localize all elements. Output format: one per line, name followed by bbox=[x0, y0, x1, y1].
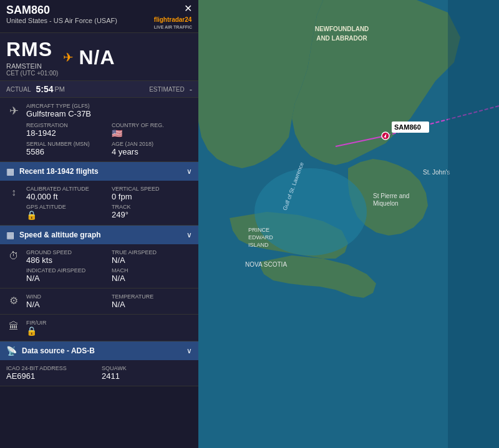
aircraft-icon: ✈ bbox=[6, 104, 21, 118]
registration-cell: REGISTRATION 18-1942 bbox=[26, 122, 107, 138]
weather-icon: ⚙ bbox=[6, 295, 21, 307]
recent-flights-icon: ▦ bbox=[6, 166, 14, 176]
close-button[interactable]: ✕ bbox=[184, 4, 192, 14]
vert-speed-value: 0 fpm bbox=[112, 192, 192, 201]
svg-text:NEWFOUNDLAND: NEWFOUNDLAND bbox=[315, 26, 369, 32]
datasource-title: Data source - ADS-B bbox=[22, 346, 182, 355]
vert-speed-cell: VERTICAL SPEED 0 fpm bbox=[112, 186, 192, 201]
recent-flights-header[interactable]: ▦ Recent 18-1942 flights ∨ bbox=[0, 162, 198, 181]
time-value: 5:54 bbox=[36, 84, 53, 94]
serial-cell: SERIAL NUMBER (MSN) 5586 bbox=[26, 141, 107, 156]
age-value: 4 years bbox=[112, 147, 192, 156]
recent-flights-title: Recent 18-1942 flights bbox=[19, 167, 182, 176]
aircraft-grid: REGISTRATION 18-1942 COUNTRY OF REG. 🇺🇸 … bbox=[26, 122, 192, 156]
recent-flights-chevron: ∨ bbox=[187, 167, 192, 176]
temp-cell: TEMPERATURE N/A bbox=[112, 293, 192, 309]
speed-graph-icon: ▦ bbox=[6, 230, 14, 240]
header-right: ✕ flightradar24 LIVE AIR TRAFFIC bbox=[154, 4, 192, 30]
track-value: 249° bbox=[112, 210, 192, 219]
true-airspeed-value: N/A bbox=[112, 255, 192, 265]
route-section: RMS RAMSTEIN CET (UTC +01:00) ✈ N/A bbox=[0, 33, 198, 81]
svg-rect-19 bbox=[448, 0, 499, 448]
weather-grid: WIND N/A TEMPERATURE N/A bbox=[26, 293, 192, 309]
estimated-label: ESTIMATED bbox=[149, 86, 184, 93]
estimated-value: - bbox=[190, 85, 192, 94]
fir-icon: 🏛 bbox=[6, 321, 21, 332]
aircraft-section: ✈ AIRCRAFT TYPE (GLF5) Gulfstream C-37B … bbox=[0, 98, 198, 162]
fir-grid: FIR/UIR 🔒 bbox=[26, 320, 192, 336]
speed-graph-header[interactable]: ▦ Speed & altitude graph ∨ bbox=[0, 226, 198, 244]
indicated-cell: INDICATED AIRSPEED N/A bbox=[26, 267, 107, 283]
svg-text:Miquelon: Miquelon bbox=[373, 200, 399, 207]
aircraft-type-label: AIRCRAFT TYPE (GLF5) bbox=[26, 103, 192, 109]
airline-name: United States - US Air Force (USAF) bbox=[6, 17, 117, 24]
svg-text:St Pierre and: St Pierre and bbox=[373, 193, 409, 199]
icao-cell: ICAO 24-BIT ADDRESS AE6961 bbox=[6, 365, 97, 381]
temp-value: N/A bbox=[112, 300, 192, 309]
flight-data-grid: CALIBRATED ALTITUDE 40,000 ft VERTICAL S… bbox=[26, 186, 192, 220]
panel-header: SAM860 United States - US Air Force (USA… bbox=[0, 0, 198, 33]
datasource-header[interactable]: 📡 Data source - ADS-B ∨ bbox=[0, 341, 198, 360]
datasource-icon: 📡 bbox=[6, 346, 17, 356]
speed-section: ⏱ GROUND SPEED 486 kts TRUE AIRSPEED N/A… bbox=[0, 244, 198, 288]
datasource-grid: ICAO 24-BIT ADDRESS AE6961 SQUAWK 2411 bbox=[6, 365, 192, 381]
svg-text:ISLAND: ISLAND bbox=[248, 242, 269, 248]
svg-text:EDWARD: EDWARD bbox=[248, 234, 273, 241]
fir-cell: FIR/UIR 🔒 bbox=[26, 320, 107, 336]
route-arrow: ✈ bbox=[63, 50, 74, 65]
indicated-value: N/A bbox=[26, 274, 107, 283]
speed-grid: GROUND SPEED 486 kts TRUE AIRSPEED N/A I… bbox=[26, 249, 192, 283]
time-ampm: PM bbox=[54, 85, 65, 93]
fir-section: 🏛 FIR/UIR 🔒 bbox=[0, 315, 198, 341]
country-flag: 🇺🇸 bbox=[112, 128, 192, 138]
altitude-icon: ↕ bbox=[6, 187, 21, 198]
true-airspeed-cell: TRUE AIRSPEED N/A bbox=[112, 249, 192, 265]
weather-section: ⚙ WIND N/A TEMPERATURE N/A bbox=[0, 288, 198, 315]
ground-speed-cell: GROUND SPEED 486 kts bbox=[26, 249, 107, 265]
cal-alt-value: 40,000 ft bbox=[26, 192, 107, 201]
map-svg: SAM860 NEWFOUNDLAND AND LABRADOR St. Joh… bbox=[198, 0, 499, 448]
icao-value: AE6961 bbox=[6, 371, 97, 381]
svg-point-2 bbox=[254, 168, 367, 255]
aircraft-content: AIRCRAFT TYPE (GLF5) Gulfstream C-37B RE… bbox=[26, 103, 192, 156]
track-cell: TRACK 249° bbox=[112, 204, 192, 220]
speed-graph-title: Speed & altitude graph bbox=[19, 231, 182, 239]
dest-code: N/A bbox=[79, 46, 115, 69]
serial-value: 5586 bbox=[26, 147, 107, 156]
svg-text:St. John's: St. John's bbox=[423, 169, 450, 176]
route-row: RMS RAMSTEIN CET (UTC +01:00) ✈ N/A bbox=[6, 38, 192, 77]
origin-code: RMS RAMSTEIN CET (UTC +01:00) bbox=[6, 38, 58, 77]
squawk-cell: SQUAWK 2411 bbox=[102, 365, 192, 381]
time-row: ACTUAL 5:54 PM ESTIMATED - bbox=[0, 81, 198, 98]
gps-alt-cell: GPS ALTITUDE 🔒 bbox=[26, 204, 107, 220]
aircraft-type-value: Gulfstream C-37B bbox=[26, 109, 192, 118]
cal-alt-cell: CALIBRATED ALTITUDE 40,000 ft bbox=[26, 186, 107, 201]
mach-cell: MACH N/A bbox=[112, 267, 192, 283]
squawk-value: 2411 bbox=[102, 371, 192, 381]
wind-value: N/A bbox=[26, 300, 107, 309]
actual-label: ACTUAL bbox=[6, 86, 31, 93]
flight-data-section: ↕ CALIBRATED ALTITUDE 40,000 ft VERTICAL… bbox=[0, 181, 198, 226]
gps-alt-value: 🔒 bbox=[26, 210, 107, 220]
datasource-section: ICAO 24-BIT ADDRESS AE6961 SQUAWK 2411 bbox=[0, 360, 198, 386]
fr24-logo: flightradar24 LIVE AIR TRAFFIC bbox=[154, 16, 192, 30]
age-cell: AGE (JAN 2018) 4 years bbox=[112, 141, 192, 156]
datasource-chevron: ∨ bbox=[187, 346, 192, 355]
country-cell: COUNTRY OF REG. 🇺🇸 bbox=[112, 122, 192, 138]
ground-speed-value: 486 kts bbox=[26, 255, 107, 265]
map-area[interactable]: SAM860 NEWFOUNDLAND AND LABRADOR St. Joh… bbox=[198, 0, 499, 448]
fir-value: 🔒 bbox=[26, 326, 107, 336]
registration-value: 18-1942 bbox=[26, 128, 107, 138]
mach-value: N/A bbox=[112, 274, 192, 283]
svg-text:NOVA SCOTIA: NOVA SCOTIA bbox=[245, 261, 287, 268]
svg-text:SAM860: SAM860 bbox=[394, 123, 421, 131]
speed-icon: ⏱ bbox=[6, 250, 21, 262]
wind-cell: WIND N/A bbox=[26, 293, 107, 309]
flight-panel: SAM860 United States - US Air Force (USA… bbox=[0, 0, 198, 448]
flight-id: SAM860 bbox=[6, 4, 117, 17]
svg-text:PRINCE: PRINCE bbox=[248, 227, 269, 233]
speed-graph-chevron: ∨ bbox=[187, 231, 192, 239]
svg-text:AND LABRADOR: AND LABRADOR bbox=[316, 35, 367, 42]
header-left: SAM860 United States - US Air Force (USA… bbox=[6, 4, 117, 24]
